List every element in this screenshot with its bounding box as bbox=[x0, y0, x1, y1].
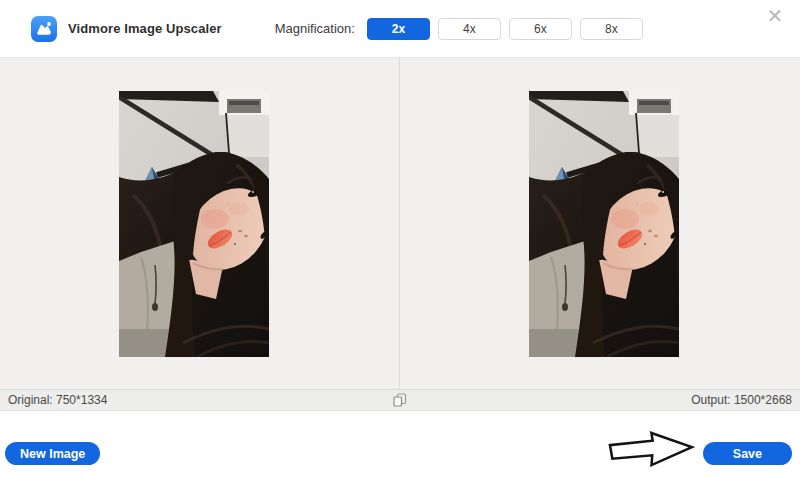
magnification-4x-button[interactable]: 4x bbox=[438, 18, 501, 40]
new-image-button[interactable]: New Image bbox=[5, 442, 100, 465]
vidmore-logo-icon bbox=[31, 16, 57, 42]
preview-area bbox=[0, 58, 800, 389]
magnification-2x-button[interactable]: 2x bbox=[367, 18, 430, 40]
close-icon[interactable]: ✕ bbox=[760, 2, 790, 30]
action-bar: New Image Save bbox=[0, 411, 800, 476]
compare-icon[interactable] bbox=[391, 391, 409, 409]
magnification-group: 2x 4x 6x 8x bbox=[367, 18, 643, 40]
magnification-label: Magnification: bbox=[275, 21, 355, 36]
magnification-6x-button[interactable]: 6x bbox=[509, 18, 572, 40]
upscaled-image-preview bbox=[529, 91, 679, 357]
status-bar: Original: 750*1334 Output: 1500*2668 bbox=[0, 389, 800, 411]
original-image-panel bbox=[0, 58, 400, 389]
output-size-info: Output: 1500*2668 bbox=[691, 393, 792, 407]
magnification-8x-button[interactable]: 8x bbox=[580, 18, 643, 40]
hand-drawn-arrow-annotation bbox=[607, 429, 696, 469]
title-bar: Vidmore Image Upscaler Magnification: 2x… bbox=[0, 0, 800, 58]
save-button[interactable]: Save bbox=[703, 442, 792, 465]
upscaled-image-panel bbox=[400, 58, 800, 389]
app-title: Vidmore Image Upscaler bbox=[68, 21, 222, 36]
original-size-info: Original: 750*1334 bbox=[8, 393, 107, 407]
original-image-preview bbox=[119, 91, 269, 357]
